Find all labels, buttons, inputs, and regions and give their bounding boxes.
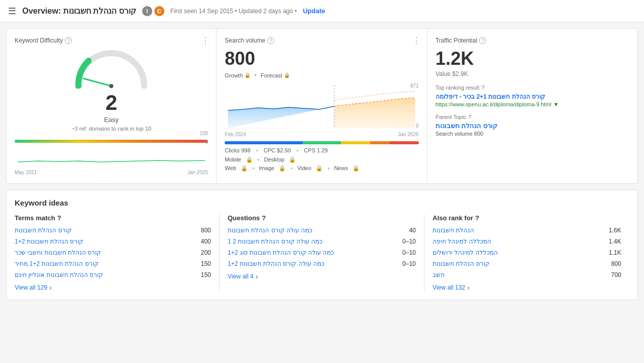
header-meta: First seen 14 Sep 2015 • Updated 2 days …: [170, 8, 297, 15]
also-rank-arrow-icon: ›: [467, 284, 470, 292]
sv-card-menu[interactable]: ⋮: [412, 35, 421, 46]
tp-help-icon[interactable]: ?: [479, 37, 486, 44]
tp-top-url[interactable]: https://www.openu.ac.il/diploma/diploma-…: [436, 101, 551, 107]
list-item: הנהלת חשבונות 1.6K: [433, 227, 621, 234]
terms-match-link-0[interactable]: קורס הנהלת חשבונות: [15, 227, 72, 234]
header: ☰ Overview: קורס הנהלת חשבונות I C First…: [0, 0, 644, 22]
kd-card-menu[interactable]: ⋮: [201, 35, 210, 46]
tp-top-help-icon[interactable]: ?: [481, 85, 484, 91]
terms-match-arrow-icon: ›: [50, 284, 52, 292]
video-lock-icon: 🔒: [316, 165, 323, 171]
tp-parent-meta: Search volume 800: [436, 131, 484, 137]
also-rank-link-2[interactable]: המכללה למינהל ירושלים: [433, 249, 498, 256]
keyword-ideas-title: Keyword ideas: [15, 198, 629, 207]
terms-match-link-3[interactable]: קורס הנהלת חשבונות 1+2 מחיר: [15, 260, 99, 267]
questions-val-0: 40: [409, 227, 416, 234]
update-link[interactable]: Update: [303, 7, 325, 15]
questions-col: Questions ? כמה עולה קורס הנהלת חשבונות …: [220, 214, 424, 292]
list-item: קורס הנהלת חשבונות אונליין חינם 150: [15, 271, 211, 278]
also-rank-val-2: 1.1K: [609, 249, 621, 256]
list-item: כמה עולה קורס הנהלת חשבונות סוג 1+2 0–10: [228, 249, 416, 256]
terms-match-help-icon[interactable]: ?: [57, 214, 61, 222]
also-rank-val-3: 800: [611, 260, 621, 267]
list-item: כמה עולה קורס הנהלת חשבונות 40: [228, 227, 416, 234]
sv-bar: [225, 141, 418, 144]
kd-timeline: May 2021 Jan 2025: [15, 170, 208, 175]
also-rank-val-4: 700: [611, 271, 621, 278]
svg-point-1: [109, 84, 113, 88]
sv-chart-max: 871: [410, 83, 419, 89]
keywords-grid: Terms match ? קורס הנהלת חשבונות 800 קור…: [15, 214, 629, 292]
questions-view-all[interactable]: View all 4 ›: [228, 272, 416, 280]
header-badges: I C: [142, 6, 164, 16]
sv-tags: Growth 🔒 • Forecast 🔒: [225, 71, 418, 79]
terms-match-col: Terms match ? קורס הנהלת חשבונות 800 קור…: [15, 214, 220, 292]
questions-link-1[interactable]: כמה עולה קורס הנהלת חשבונות 2 1: [228, 238, 322, 245]
tp-parent-link[interactable]: קורס הנהלת חשבונות: [436, 122, 497, 130]
cards-row: Keyword Difficulty ? ⋮ 2 Easy ~3 ref. do…: [6, 28, 638, 184]
list-item: כמה עולה קורס הנהלת חשבונות 2 1 0–10: [228, 238, 416, 245]
sv-help-icon[interactable]: ?: [267, 37, 274, 44]
tp-top-ranking: Top ranking result ? קורס הנהלת חשבונות …: [436, 85, 629, 108]
kd-sub: ~3 ref. domains to rank in top 10: [71, 126, 151, 132]
search-volume-card: Search volume ? ⋮ 800 Growth 🔒 • Forecas…: [217, 28, 427, 184]
also-rank-link-1[interactable]: המכללה למינהל חיפה: [433, 238, 491, 245]
terms-match-link-4[interactable]: קורס הנהלת חשבונות אונליין חינם: [15, 271, 103, 278]
terms-match-val-0: 800: [201, 227, 211, 234]
menu-icon[interactable]: ☰: [8, 6, 16, 17]
kd-help-icon[interactable]: ?: [65, 37, 72, 44]
questions-val-2: 0–10: [402, 249, 416, 256]
list-item: המכללה למינהל חיפה 1.4K: [433, 238, 621, 245]
terms-match-val-1: 400: [201, 238, 211, 245]
sv-tag-growth: Growth 🔒: [225, 71, 250, 79]
also-rank-link-0[interactable]: הנהלת חשבונות: [433, 227, 474, 234]
questions-link-3[interactable]: כמה עולה קורס הנהלת חשבונות 1+2: [228, 260, 324, 267]
terms-match-val-4: 150: [201, 271, 211, 278]
tp-top-ranking-title: Top ranking result ?: [436, 85, 629, 91]
tp-url-arrow: ▼: [553, 101, 559, 107]
questions-val-1: 0–10: [402, 238, 416, 245]
kd-gauge: [71, 48, 152, 89]
kd-scale-0: 0: [205, 139, 208, 145]
also-rank-help-icon[interactable]: ?: [475, 214, 479, 222]
traffic-potential-card: Traffic Potential ? 1.2K Value $2.9K Top…: [427, 28, 638, 184]
also-rank-val-0: 1.6K: [609, 227, 621, 234]
keyword-ideas-section: Keyword ideas Terms match ? קורס הנהלת ח…: [6, 190, 638, 300]
svg-line-0: [83, 78, 111, 86]
list-item: חשב 700: [433, 271, 621, 278]
growth-lock-icon: 🔒: [244, 72, 250, 78]
sv-tag-forecast: Forecast 🔒: [261, 71, 290, 79]
sv-metrics: Clicks 998 • CPC $2.50 • CPS 1.29: [225, 147, 418, 153]
list-item: המכללה למינהל ירושלים 1.1K: [433, 249, 621, 256]
tp-parent-help-icon[interactable]: ?: [468, 114, 471, 120]
tp-parent-topic: Parent Topic ? קורס הנהלת חשבונות Search…: [436, 114, 629, 137]
questions-link-0[interactable]: כמה עולה קורס הנהלת חשבונות: [228, 227, 312, 234]
sv-chart: 871: [225, 83, 418, 129]
also-rank-val-1: 1.4K: [609, 238, 621, 245]
terms-match-view-all[interactable]: View all 129 ›: [15, 284, 211, 292]
sv-card-title: Search volume ?: [225, 37, 418, 44]
tp-value-label: Value $2.9K: [436, 70, 629, 77]
questions-help-icon[interactable]: ?: [262, 214, 266, 222]
also-rank-link-3[interactable]: קורס הנהלת חשבונות: [433, 260, 490, 267]
list-item: קורס הנהלת חשבונות 1+2 מחיר 150: [15, 260, 211, 267]
badge-i[interactable]: I: [142, 6, 152, 16]
kd-label: Easy: [104, 116, 119, 124]
kd-gauge-container: 2 Easy ~3 ref. domains to rank in top 10: [15, 48, 208, 132]
badge-c[interactable]: C: [154, 6, 164, 16]
also-rank-col: Also rank for ? הנהלת חשבונות 1.6K המכלל…: [424, 214, 629, 292]
forecast-lock-icon: 🔒: [284, 72, 290, 78]
kd-sparkline: [15, 147, 208, 169]
terms-match-link-2[interactable]: קורס הנהלת חשבונות וחשבי שכר: [15, 249, 101, 256]
terms-match-link-1[interactable]: קורס הנהלת חשבונות 1+2: [15, 238, 83, 245]
tp-value: 1.2K: [436, 48, 629, 69]
also-rank-view-all[interactable]: View all 132 ›: [433, 284, 621, 292]
questions-link-2[interactable]: כמה עולה קורס הנהלת חשבונות סוג 1+2: [228, 249, 334, 256]
page-title: Overview: קורס הנהלת חשבונות: [22, 6, 136, 16]
mobile-lock-icon: 🔒: [246, 156, 253, 163]
tp-card-title: Traffic Potential ?: [436, 37, 629, 44]
keyword-difficulty-card: Keyword Difficulty ? ⋮ 2 Easy ~3 ref. do…: [6, 28, 217, 184]
sv-channels-web: Web 🔒 • Image 🔒 • Video 🔒 • News 🔒: [225, 165, 418, 172]
also-rank-link-4[interactable]: חשב: [433, 271, 445, 278]
tp-top-link[interactable]: קורס הנהלת חשבונות 2+1 בכיר - דיפלומה: [436, 93, 545, 100]
